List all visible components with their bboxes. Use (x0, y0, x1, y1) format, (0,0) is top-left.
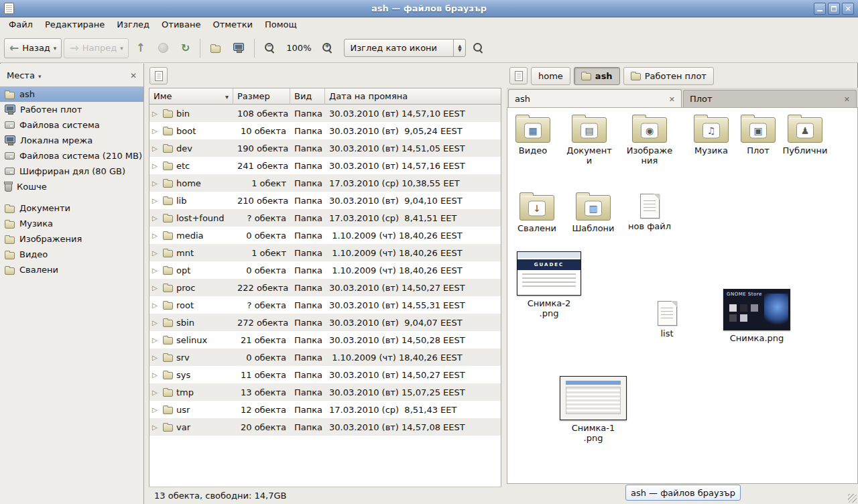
menu-item-5[interactable]: Отметки (206, 17, 258, 34)
pane-splitter[interactable] (144, 64, 149, 504)
column-header-date[interactable]: Дата на промяна (325, 88, 501, 105)
expander-icon[interactable] (152, 162, 160, 170)
expander-icon[interactable] (152, 406, 160, 414)
resize-grip[interactable] (848, 494, 857, 503)
chevron-down-icon[interactable] (38, 70, 42, 80)
table-row[interactable]: sbin272 обектаПапка30.03.2010 (вт) 9,04,… (149, 314, 501, 331)
icon-item-snimka-1[interactable]: Снимка-1.png (558, 376, 628, 443)
menu-item-6[interactable]: Помощ (259, 17, 303, 34)
back-button[interactable]: ← Назад ▾ (4, 38, 62, 58)
sidebar-item-music[interactable]: Музика (0, 216, 143, 231)
close-button[interactable] (842, 3, 854, 15)
table-row[interactable]: bin108 обектаПапка30.03.2010 (вт) 14,57,… (149, 105, 501, 122)
zoom-out-button[interactable]: − (259, 38, 280, 58)
expander-icon[interactable] (152, 354, 160, 361)
expander-icon[interactable] (152, 197, 160, 204)
tab-close-icon[interactable] (844, 94, 850, 104)
column-header-type[interactable]: Вид (290, 88, 325, 105)
table-row[interactable]: proc222 обектаПапка30.03.2010 (вт) 14,50… (149, 279, 501, 296)
computer-button[interactable] (228, 38, 249, 58)
menu-item-4[interactable]: Отиване (156, 17, 206, 34)
icon-item-snimka-2[interactable]: GUADECСнимка-2.png (515, 251, 583, 318)
taskbar-window-button[interactable]: ash — файлов браузър (625, 485, 741, 501)
expander-icon[interactable] (152, 302, 160, 309)
table-row[interactable]: boot10 обектаПапка30.03.2010 (вт) 9,05,2… (149, 122, 501, 139)
expander-icon[interactable] (152, 180, 160, 187)
expander-icon[interactable] (152, 110, 160, 117)
expander-icon[interactable] (152, 284, 160, 292)
table-row[interactable]: lib210 обектаПапка30.03.2010 (вт) 9,04,1… (149, 192, 501, 209)
icon-view[interactable]: ▦Видео▤Документи◉Изображения♫Музика▣Плот… (507, 108, 858, 484)
table-row[interactable]: root? обектаПапка30.03.2010 (вт) 14,55,3… (149, 296, 501, 314)
sidebar-item-network[interactable]: Локална мрежа (0, 133, 143, 148)
sidebar-item-trash[interactable]: Кошче (0, 179, 143, 194)
maximize-button[interactable] (828, 3, 840, 15)
icon-item-snimka[interactable]: GNOME StoreСнимка.png (722, 289, 792, 343)
table-row[interactable]: tmp13 обектаПапка30.03.2010 (вт) 15,07,2… (149, 383, 501, 401)
table-row[interactable]: mnt1 обектПапка 1.10.2009 (чт) 18,40,26 … (149, 244, 501, 261)
icon-item-music[interactable]: ♫Музика (687, 113, 735, 155)
icon-item-video[interactable]: ▦Видео (509, 113, 557, 155)
menu-item-2[interactable]: Редактиране (39, 17, 111, 34)
sidebar-item-videos[interactable]: Видео (0, 247, 143, 262)
sidebar-item-filesystem-210[interactable]: Файлова система (210 MB) (0, 148, 143, 164)
expander-icon[interactable] (152, 232, 160, 239)
icon-item-new-file[interactable]: нов файл (625, 191, 674, 231)
forward-button[interactable]: → Напред ▾ (64, 38, 128, 58)
table-row[interactable]: media0 обектаПапка 1.10.2009 (чт) 18,40,… (149, 227, 501, 244)
location-toggle-button[interactable] (149, 67, 168, 84)
expander-icon[interactable] (152, 389, 160, 396)
icon-item-templates[interactable]: ▥Шаблони (569, 191, 617, 233)
table-row[interactable]: etc241 обектаПапка30.03.2010 (вт) 14,57,… (149, 157, 501, 174)
icon-item-images[interactable]: ◉Изображения (625, 113, 674, 166)
sidebar-item-desktop[interactable]: Работен плот (0, 102, 143, 117)
table-row[interactable]: selinux21 обектаПапка30.03.2010 (вт) 14,… (149, 331, 501, 349)
expander-icon[interactable] (152, 145, 160, 152)
expander-icon[interactable] (152, 336, 160, 344)
zoom-in-button[interactable]: + (317, 38, 338, 58)
icon-item-desktop[interactable]: ▣Плот (734, 113, 782, 155)
table-row[interactable]: usr12 обектаПапка17.03.2010 (ср) 8,51,43… (149, 401, 501, 418)
expander-icon[interactable] (152, 319, 160, 326)
sidebar-item-downloads[interactable]: Свалени (0, 262, 143, 277)
table-row[interactable]: var20 обектаПапка30.03.2010 (вт) 14,57,0… (149, 418, 501, 436)
expander-icon[interactable] (152, 424, 160, 431)
expander-icon[interactable] (152, 214, 160, 222)
tab-plot[interactable]: Плот (683, 90, 857, 107)
titlebar[interactable]: ash — файлов браузър (0, 0, 858, 17)
icon-item-documents[interactable]: ▤Документи (565, 113, 613, 166)
table-row[interactable]: srv0 обектаПапка 1.10.2009 (чт) 18,40,26… (149, 349, 501, 366)
sidebar-item-encrypted-80[interactable]: Шифриран дял (80 GB) (0, 164, 143, 179)
sidebar-close-icon[interactable] (130, 70, 137, 80)
expander-icon[interactable] (152, 267, 160, 274)
search-button[interactable] (468, 38, 489, 58)
spinner-icon[interactable] (453, 40, 465, 56)
tab-ash[interactable]: ash (508, 89, 682, 107)
path-button-ash[interactable]: ash (574, 67, 620, 85)
table-row[interactable]: dev190 обектаПапка30.03.2010 (вт) 14,51,… (149, 139, 501, 157)
up-button[interactable]: ↑ (131, 38, 151, 58)
table-row[interactable]: opt0 обектаПапка 1.10.2009 (чт) 18,40,26… (149, 261, 501, 279)
minimize-button[interactable] (814, 3, 826, 15)
sidebar-item-pictures[interactable]: Изображения (0, 231, 143, 247)
path-button-home[interactable]: home (531, 67, 570, 85)
sidebar-item-ash[interactable]: ash (0, 86, 143, 102)
menu-item-3[interactable]: Изглед (111, 17, 156, 34)
column-header-size[interactable]: Размер (233, 88, 290, 105)
table-row[interactable]: sys11 обектаПапка30.03.2010 (вт) 14,50,2… (149, 366, 501, 383)
pane-splitter[interactable] (501, 64, 507, 504)
stop-button[interactable] (153, 38, 174, 58)
menu-item-1[interactable]: Файл (3, 17, 39, 34)
sidebar-item-documents[interactable]: Документи (0, 200, 143, 216)
expander-icon[interactable] (152, 127, 160, 135)
sidebar-item-filesystem[interactable]: Файлова система (0, 117, 143, 133)
home-button[interactable] (205, 38, 226, 58)
column-header-name[interactable]: Име (149, 88, 233, 105)
icon-item-public[interactable]: ♟Публични (781, 113, 829, 155)
location-toggle-button[interactable] (509, 67, 528, 84)
tab-close-icon[interactable] (669, 94, 675, 104)
icon-item-downloads[interactable]: ↓Свалени (513, 191, 561, 233)
icon-item-list[interactable]: list (646, 298, 688, 338)
reload-button[interactable]: ↻ (176, 38, 195, 58)
view-mode-select[interactable]: Изглед като икони (344, 39, 466, 57)
